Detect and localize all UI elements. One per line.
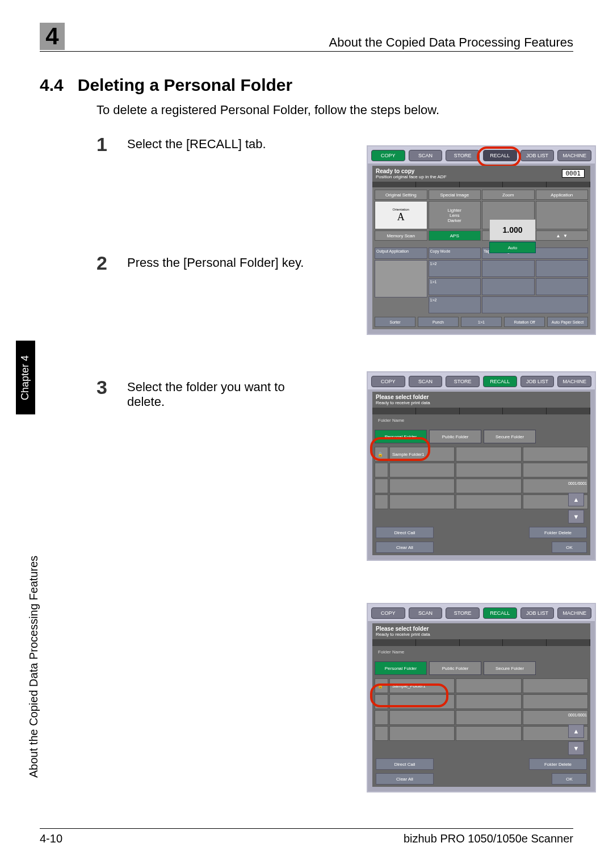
tab-machine[interactable]: MACHINE — [557, 150, 591, 161]
aps-button[interactable]: APS — [429, 230, 481, 241]
tab-store[interactable]: STORE — [446, 607, 480, 619]
folder-delete-button[interactable]: Folder Delete — [529, 527, 587, 538]
tab-joblist[interactable]: JOB LIST — [520, 607, 555, 619]
tray-btn[interactable] — [536, 278, 589, 295]
clear-all-button[interactable]: Clear All — [376, 542, 434, 553]
step-number: 3 — [96, 376, 127, 399]
tab-store[interactable]: STORE — [446, 376, 480, 387]
ok-button[interactable]: OK — [552, 542, 587, 553]
select-folder-title: Please select folder — [376, 626, 429, 632]
public-folder-tab[interactable]: Public Folder — [429, 430, 481, 443]
intro-text: To delete a registered Personal Folder, … — [96, 103, 573, 118]
sub-text: Ready to receive print data — [376, 632, 587, 637]
rotation-button[interactable]: Rotation Off — [504, 317, 545, 327]
zoom-value: 1.000 — [489, 219, 536, 241]
section-heading: 4.4 Deleting a Personal Folder — [40, 76, 573, 95]
tab-machine[interactable]: MACHINE — [557, 376, 591, 387]
low-label: Copy Mode — [429, 248, 481, 259]
sorter-button[interactable]: Sorter — [375, 317, 415, 327]
ready-sub: Position original face up in the ADF — [376, 174, 587, 179]
direct-call-button[interactable]: Direct Call — [376, 758, 434, 770]
tab-scan[interactable]: SCAN — [409, 607, 443, 619]
clear-all-button[interactable]: Clear All — [376, 773, 434, 785]
up-arrow[interactable]: ▲ — [568, 724, 584, 738]
counter: 0001 — [562, 169, 585, 178]
simplex-button[interactable]: 1>1 — [461, 317, 502, 327]
folder-name-label: Folder Name — [372, 414, 590, 426]
arrows-cell[interactable]: ▲ ▼ — [536, 230, 589, 241]
screenshot-3: COPY SCAN STORE RECALL JOB LIST MACHINE … — [367, 603, 596, 792]
density-cell[interactable]: LighterLensDarker — [429, 201, 481, 229]
tab-copy[interactable]: COPY — [371, 150, 405, 161]
autopaper-button[interactable]: Auto Paper Select — [547, 317, 588, 327]
secure-folder-tab[interactable]: Secure Folder — [484, 430, 536, 443]
sub-text: Ready to receive print data — [376, 400, 587, 405]
app-cell[interactable] — [536, 201, 589, 229]
public-folder-tab[interactable]: Public Folder — [429, 661, 481, 675]
step-text: Select the [RECALL] tab. — [127, 137, 266, 152]
auto-button[interactable]: Auto — [489, 242, 536, 253]
product-name: bizhub PRO 1050/1050e Scanner — [404, 832, 573, 845]
label-special: Special Image — [429, 190, 481, 200]
tray-btn[interactable] — [482, 260, 535, 277]
label-zoom: Zoom — [482, 190, 535, 200]
highlight-circle — [370, 437, 430, 461]
tab-copy[interactable]: COPY — [371, 607, 405, 619]
mode-val[interactable]: 1>1 — [429, 278, 481, 295]
ok-button[interactable]: OK — [552, 773, 587, 785]
page-number: 4-10 — [40, 832, 62, 845]
tab-recall[interactable]: RECALL — [483, 607, 517, 619]
mode-val[interactable]: 1>2 — [429, 260, 481, 277]
folder-name-label: Folder Name — [372, 646, 590, 658]
tab-recall[interactable]: RECALL — [483, 376, 517, 387]
tab-scan[interactable]: SCAN — [409, 376, 443, 387]
down-arrow[interactable]: ▼ — [568, 741, 584, 755]
orientation-cell[interactable]: OrientationA — [375, 201, 427, 229]
memory-scan[interactable]: Memory Scan — [375, 230, 427, 241]
chapter-badge: 4 — [40, 23, 65, 50]
header-title: About the Copied Data Processing Feature… — [329, 35, 573, 50]
side-text: About the Copied Data Processing Feature… — [27, 556, 40, 778]
tab-joblist[interactable]: JOB LIST — [520, 376, 555, 387]
folder-cell[interactable] — [523, 447, 588, 462]
secure-folder-tab[interactable]: Secure Folder — [484, 661, 536, 675]
tray-btn[interactable] — [482, 278, 535, 295]
folder-cell[interactable] — [456, 678, 521, 693]
step-text: Press the [Personal Folder] key. — [127, 255, 304, 270]
mode-val[interactable]: 1>2 — [429, 296, 481, 313]
low-label: Output Application — [375, 248, 427, 259]
tray-btn[interactable] — [482, 296, 588, 313]
label-original: Original Setting — [375, 190, 427, 200]
tab-store[interactable]: STORE — [446, 150, 480, 161]
screenshot-1: COPY SCAN STORE RECALL JOB LIST MACHINE … — [367, 145, 596, 335]
highlight-circle — [477, 146, 521, 167]
page-label: 0001/0001 — [568, 477, 587, 489]
page-label: 0001/0001 — [568, 708, 587, 721]
step-number: 2 — [96, 252, 127, 274]
highlight-circle — [370, 684, 448, 707]
folder-cell[interactable] — [523, 678, 588, 693]
tab-copy[interactable]: COPY — [371, 376, 405, 387]
tab-joblist[interactable]: JOB LIST — [520, 150, 555, 161]
down-arrow[interactable]: ▼ — [568, 510, 584, 523]
folder-cell[interactable] — [456, 447, 521, 462]
step-number: 1 — [96, 133, 127, 156]
select-folder-title: Please select folder — [376, 394, 429, 400]
chapter-side-tab: Chapter 4 — [16, 341, 35, 414]
tab-machine[interactable]: MACHINE — [557, 607, 591, 619]
up-arrow[interactable]: ▲ — [568, 493, 584, 506]
folder-delete-button[interactable]: Folder Delete — [529, 758, 587, 770]
punch-button[interactable]: Punch — [418, 317, 459, 327]
tray-btn[interactable] — [536, 260, 589, 277]
personal-folder-tab[interactable]: Personal Folder — [375, 661, 427, 675]
screenshot-2: COPY SCAN STORE RECALL JOB LIST MACHINE … — [367, 371, 596, 561]
ready-text: Ready to copy — [376, 168, 414, 174]
label-application: Application — [536, 190, 589, 200]
tab-scan[interactable]: SCAN — [409, 150, 443, 161]
direct-call-button[interactable]: Direct Call — [376, 527, 434, 538]
output-icon[interactable] — [375, 260, 427, 297]
step-text: Select the folder you want to delete. — [127, 380, 309, 409]
folder-cell[interactable] — [375, 463, 388, 477]
